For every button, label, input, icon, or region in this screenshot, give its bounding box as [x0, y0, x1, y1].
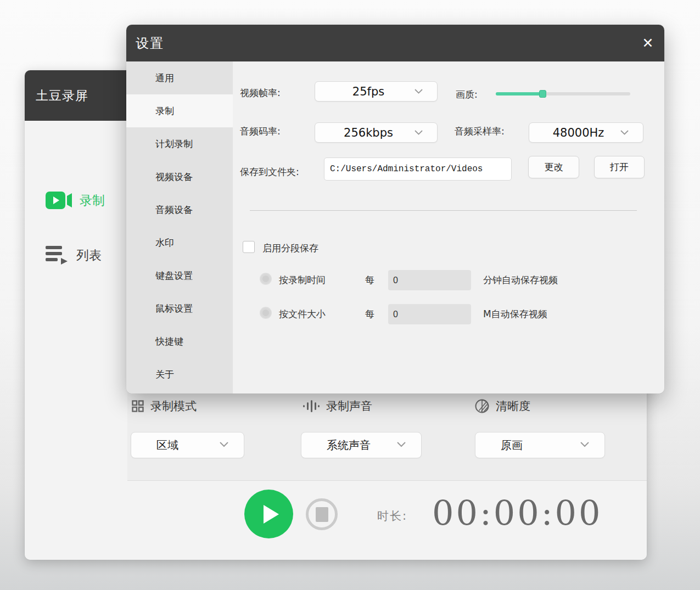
change-folder-button[interactable]: 更改 — [528, 156, 579, 178]
clarity-label: 清晰度 — [496, 398, 530, 414]
duration-timer: 00:00:00 — [432, 493, 602, 533]
close-icon[interactable]: ✕ — [637, 31, 660, 54]
app-title: 土豆录屏 — [36, 87, 88, 104]
settings-title: 设置 — [136, 35, 164, 52]
by-size-value-input[interactable] — [388, 304, 471, 324]
record-sound-group: 录制声音 系统声音 — [303, 394, 429, 419]
record-mode-select[interactable]: 区域 — [131, 432, 244, 458]
by-size-label: 按文件大小 — [279, 308, 326, 321]
slider-handle[interactable] — [539, 90, 546, 98]
sidebar-item-record[interactable]: 录制 — [25, 181, 127, 220]
chevron-down-icon — [580, 442, 589, 447]
recording-controls-row: 录制模式 区域 录制声 — [127, 394, 647, 480]
tab-scheduled-record[interactable]: 计划录制 — [126, 127, 233, 160]
settings-content: 视频帧率: 25fps 画质: 音频码率: 256kbps 音 — [233, 61, 664, 394]
by-size-suffix-label: M自动保存视频 — [483, 308, 547, 321]
record-sound-select[interactable]: 系统声音 — [301, 432, 422, 458]
tab-keyboard[interactable]: 键盘设置 — [126, 259, 233, 292]
by-time-value-input[interactable] — [388, 270, 471, 290]
waveform-icon — [303, 400, 320, 412]
divider — [250, 210, 637, 211]
by-time-suffix-label: 分钟自动保存视频 — [483, 274, 558, 286]
by-size-every-label: 每 — [365, 308, 374, 321]
stop-icon — [316, 507, 328, 522]
settings-title-bar: 设置 ✕ — [126, 25, 664, 61]
sidebar-item-label: 列表 — [76, 247, 102, 264]
tab-about[interactable]: 关于 — [126, 358, 233, 391]
sample-rate-select[interactable]: 48000Hz — [529, 122, 643, 143]
play-icon — [264, 505, 279, 524]
grid-icon — [132, 400, 144, 412]
record-mode-label: 录制模式 — [150, 398, 197, 414]
tab-watermark[interactable]: 水印 — [126, 226, 233, 259]
by-time-label: 按录制时间 — [279, 274, 326, 286]
sidebar-item-list[interactable]: 列表 — [25, 236, 127, 274]
tab-hotkeys[interactable]: 快捷键 — [126, 325, 233, 358]
tab-video-device[interactable]: 视频设备 — [126, 160, 233, 193]
save-folder-input[interactable] — [324, 158, 512, 181]
tab-record[interactable]: 录制 — [126, 94, 233, 127]
by-time-radio[interactable] — [260, 273, 272, 285]
chevron-down-icon — [415, 130, 423, 135]
frame-rate-label: 视频帧率: — [240, 87, 281, 99]
save-folder-label: 保存到文件夹: — [240, 166, 299, 178]
chevron-down-icon — [397, 442, 406, 447]
record-action-section: 时长: 00:00:00 — [127, 481, 647, 560]
by-size-radio[interactable] — [260, 307, 272, 319]
segment-save-checkbox[interactable] — [243, 241, 255, 253]
frame-rate-select[interactable]: 25fps — [315, 81, 438, 102]
chevron-down-icon — [220, 442, 228, 447]
record-mode-label-row: 录制模式 — [132, 394, 247, 419]
chevron-down-icon — [415, 89, 423, 94]
record-sound-label: 录制声音 — [326, 398, 372, 414]
by-time-every-label: 每 — [365, 274, 374, 286]
settings-body: 通用 录制 计划录制 视频设备 音频设备 水印 键盘设置 鼠标设置 快捷键 关于… — [126, 61, 664, 394]
clarity-value: 原画 — [475, 438, 523, 453]
record-mode-group: 录制模式 区域 — [132, 394, 247, 419]
record-sound-label-row: 录制声音 — [303, 394, 429, 419]
clarity-label-row: 清晰度 — [475, 394, 607, 419]
audio-bitrate-value: 256kbps — [344, 126, 393, 139]
duration-label: 时长: — [377, 508, 407, 524]
clarity-contrast-icon — [475, 399, 489, 413]
record-mode-value: 区域 — [131, 438, 178, 453]
clarity-select[interactable]: 原画 — [475, 432, 605, 458]
tab-mouse[interactable]: 鼠标设置 — [126, 292, 233, 325]
clarity-group: 清晰度 原画 — [475, 394, 607, 419]
audio-bitrate-select[interactable]: 256kbps — [315, 122, 438, 143]
main-sidebar: 录制 列表 — [25, 121, 127, 560]
audio-bitrate-label: 音频码率: — [240, 125, 281, 138]
tab-audio-device[interactable]: 音频设备 — [126, 193, 233, 226]
open-folder-button[interactable]: 打开 — [594, 156, 645, 178]
sample-rate-value: 48000Hz — [553, 126, 604, 139]
video-camera-icon — [46, 190, 72, 210]
slider-fill — [496, 92, 542, 95]
quality-label: 画质: — [456, 88, 478, 101]
record-sound-value: 系统声音 — [301, 438, 371, 453]
segment-save-label: 启用分段保存 — [262, 242, 318, 255]
settings-dialog: 设置 ✕ 通用 录制 计划录制 视频设备 音频设备 水印 键盘设置 鼠标设置 快… — [126, 25, 664, 394]
settings-tabs: 通用 录制 计划录制 视频设备 音频设备 水印 键盘设置 鼠标设置 快捷键 关于 — [126, 61, 233, 394]
frame-rate-value: 25fps — [352, 85, 384, 98]
quality-slider[interactable] — [496, 90, 630, 98]
list-icon — [46, 246, 69, 265]
stop-record-button[interactable] — [306, 498, 338, 530]
sample-rate-label: 音频采样率: — [455, 125, 505, 138]
app-title-bar: 土豆录屏 — [25, 70, 127, 121]
chevron-down-icon — [620, 130, 629, 135]
start-record-button[interactable] — [244, 490, 293, 538]
sidebar-item-label: 录制 — [80, 192, 105, 209]
tab-general[interactable]: 通用 — [126, 61, 233, 94]
